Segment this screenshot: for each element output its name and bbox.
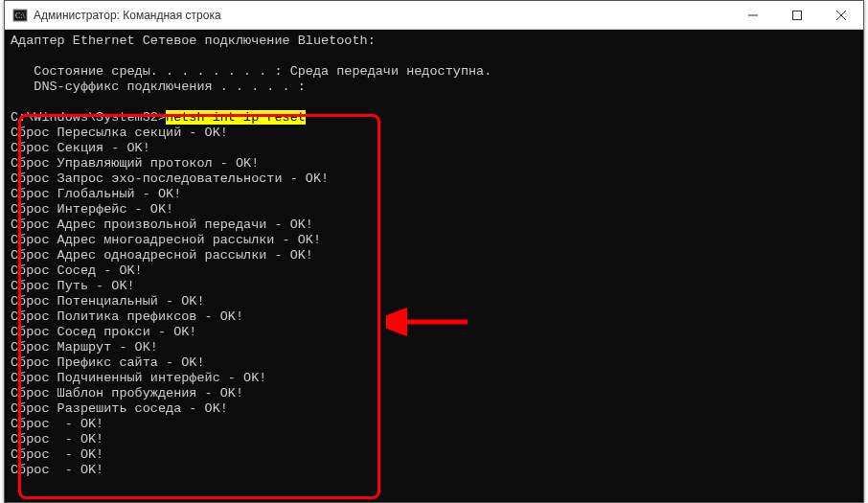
minimize-button[interactable] xyxy=(731,1,775,30)
terminal-line: Сброс Политика префиксов - OK! xyxy=(11,309,857,325)
terminal-line: Сброс Адрес произвольной передачи - OK! xyxy=(11,217,857,233)
window-title: Администратор: Командная строка xyxy=(34,9,221,22)
close-button[interactable] xyxy=(819,1,863,30)
terminal-line xyxy=(11,95,857,110)
maximize-button[interactable] xyxy=(775,1,819,30)
svg-text:C:\: C:\ xyxy=(15,11,26,20)
terminal-line: Сброс Пересылка секций - OK! xyxy=(11,126,857,141)
terminal-line: Сброс Сосед прокси - OK! xyxy=(11,325,857,340)
terminal-output[interactable]: Адаптер Ethernet Сетевое подключение Blu… xyxy=(5,30,863,502)
terminal-line: Сброс Разрешить соседа - OK! xyxy=(11,401,857,417)
terminal-line: Сброс Потенциальный - OK! xyxy=(11,294,857,309)
titlebar[interactable]: C:\ Администратор: Командная строка xyxy=(5,1,863,30)
terminal-line: Сброс Сосед - OK! xyxy=(11,263,857,279)
terminal-prompt-line: C:\Windows\System32>netsh int ip reset xyxy=(11,110,857,126)
terminal-line: Сброс Секция - OK! xyxy=(11,141,857,156)
terminal-line: Сброс - OK! xyxy=(11,447,857,463)
terminal-line: Сброс - OK! xyxy=(11,463,857,478)
window-controls xyxy=(731,1,863,29)
terminal-prompt: C:\Windows\System32> xyxy=(11,110,166,125)
terminal-line: Сброс Запрос эхо-последовательности - OK… xyxy=(11,171,857,187)
terminal-line: Сброс Адрес многоадресной рассылки - OK! xyxy=(11,233,857,248)
terminal-line: DNS-суффикс подключения . . . . . : xyxy=(11,80,857,95)
terminal-line: Сброс Префикс сайта - OK! xyxy=(11,355,857,371)
cmd-icon: C:\ xyxy=(12,8,28,23)
terminal-line: Состояние среды. . . . . . . . : Среда п… xyxy=(11,64,857,80)
terminal-line: Сброс Глобальный - OK! xyxy=(11,187,857,202)
terminal-line: Сброс Подчиненный интерфейс - OK! xyxy=(11,371,857,386)
terminal-line: Сброс Путь - OK! xyxy=(11,279,857,294)
title-left: C:\ Администратор: Командная строка xyxy=(5,8,731,23)
terminal-line: Сброс Шаблон пробуждения - OK! xyxy=(11,386,857,401)
terminal-line: Сброс Адрес одноадресной рассылки - OK! xyxy=(11,248,857,263)
terminal-line: Сброс - OK! xyxy=(11,417,857,432)
terminal-line: Сброс - OK! xyxy=(11,432,857,447)
terminal-line: Сброс Управляющий протокол - OK! xyxy=(11,156,857,171)
terminal-line: Сброс Маршрут - OK! xyxy=(11,340,857,355)
terminal-command: netsh int ip reset xyxy=(166,110,306,125)
cmd-window: C:\ Администратор: Командная строка Адап… xyxy=(4,0,864,503)
terminal-line: Сброс Интерфейс - OK! xyxy=(11,202,857,217)
terminal-line xyxy=(11,49,857,64)
terminal-line: Адаптер Ethernet Сетевое подключение Blu… xyxy=(11,34,857,49)
svg-rect-3 xyxy=(793,11,802,20)
